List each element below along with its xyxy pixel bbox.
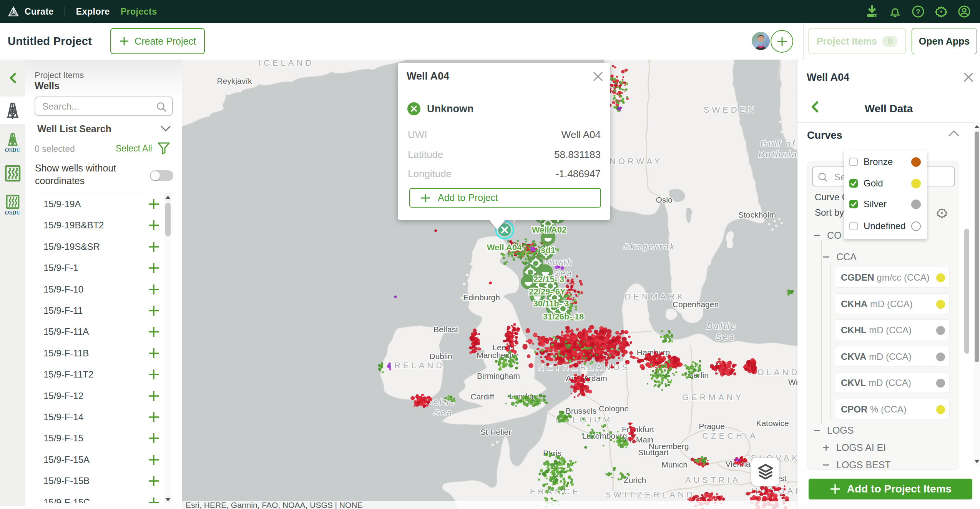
well-list-item[interactable]: 15/9-F-15A [25,449,164,470]
well-list-item[interactable]: 15/9-F-11B [25,343,164,364]
nav-link-projects[interactable]: Projects [121,7,157,17]
well-list-item[interactable]: 15/9-F-15B [25,470,164,491]
tree-group-logs-best[interactable]: LOGS BEST [823,459,891,470]
add-to-project-items-button[interactable]: Add to Project Items [809,479,972,499]
well-list-item[interactable]: 15/9-F-1 [25,257,164,278]
checkbox-checked-icon[interactable] [849,179,858,188]
well-list-item[interactable]: 15/9-F-10 [25,279,164,300]
download-icon[interactable] [865,4,879,19]
collapse-icon[interactable] [823,462,829,468]
add-well-icon[interactable] [147,389,160,403]
wells-search-input[interactable] [42,99,154,114]
tree-group-logs-ai-ei[interactable]: LOGS AI EI [823,442,886,453]
filter-icon[interactable] [157,141,171,155]
rail-item-seismic[interactable] [0,158,25,189]
chevron-down-icon[interactable] [161,126,171,132]
tree-group-co[interactable]: CO [814,230,842,241]
quality-option-silver[interactable]: Silver [844,196,927,212]
expand-icon[interactable] [823,444,829,451]
well-list-item[interactable]: 15/9-F-11A [25,321,164,342]
nav-link-explore[interactable]: Explore [76,7,110,17]
add-well-icon[interactable] [147,411,160,424]
collapse-icon[interactable] [814,232,820,239]
layers-button[interactable] [751,458,779,486]
map-view[interactable]: ICELANDReykjavíkSWEDENNORWAYGulf ofBothn… [182,60,797,509]
add-well-icon[interactable] [147,240,160,253]
add-well-icon[interactable] [147,496,160,503]
well-list-scrollbar[interactable] [164,193,171,503]
add-well-icon[interactable] [147,474,160,487]
add-well-icon[interactable] [147,347,160,360]
quality-option-undefined[interactable]: Undefined [844,218,927,234]
scroll-up-button[interactable] [164,193,171,201]
rail-item-osdu-seismic[interactable]: OSDU [0,189,25,222]
account-icon[interactable] [957,4,972,19]
well-list-item[interactable]: 15/9-F-11T2 [25,364,164,385]
settings-icon[interactable] [934,4,948,19]
help-icon[interactable]: ? [911,4,925,19]
map-label-czechia: CZECHIA [702,431,758,441]
rail-item-osdu-wells[interactable]: OSDU [0,127,25,158]
well-list-item[interactable]: 15/9-F-12 [25,385,164,406]
select-all-link[interactable]: Select All [116,143,152,154]
open-apps-button[interactable]: Open Apps [912,28,977,54]
chevron-up-icon[interactable] [948,130,959,136]
create-project-button[interactable]: Create Project [110,28,205,54]
project-items-button[interactable]: Project Items 0 [808,28,906,54]
well-list-item[interactable]: 15/9-F-11 [25,300,164,321]
well-list-item[interactable]: 15/9-19A [25,193,164,215]
quality-option-gold[interactable]: Gold [844,176,927,191]
curve-item-ckva[interactable]: CKVA mD (CCA) [835,346,950,367]
close-icon[interactable] [963,72,974,83]
add-well-icon[interactable] [147,304,160,317]
curve-item-cpor[interactable]: CPOR % (CCA) [835,399,950,419]
well-list-item[interactable]: 15/9-19S&SR [25,236,164,257]
add-well-icon[interactable] [147,261,160,274]
add-well-icon[interactable] [147,368,160,381]
panel-scrollbar[interactable] [974,122,980,466]
well-list-item[interactable]: 15/9-F-15 [25,427,164,449]
curve-item-ckha[interactable]: CKHA mD (CCA) [835,293,950,314]
close-icon[interactable] [592,70,604,83]
checkbox-unchecked-icon[interactable] [849,158,858,166]
add-well-icon[interactable] [147,198,160,211]
checkbox-unchecked-icon[interactable] [849,222,858,230]
scroll-down-button[interactable] [164,496,171,503]
notifications-icon[interactable] [888,4,902,19]
map-label-reykjav-k: Reykjavík [217,77,252,85]
well-status: Unknown [407,102,474,116]
well-name: 15/9-F-1 [43,263,78,273]
user-avatar[interactable] [752,32,770,50]
collapse-icon[interactable] [814,427,820,434]
tree-group-cca[interactable]: CCA [823,251,857,263]
popup-row-uwi: UWIWell A04 [408,129,601,141]
curve-item-ckhl[interactable]: CKHL mD (CCA) [835,319,950,340]
curve-item-ckvl[interactable]: CKVL mD (CCA) [835,372,950,393]
well-list-item[interactable]: 15/9-F-15C [25,492,164,503]
well-list-item[interactable]: 15/9-F-14 [25,406,164,427]
checkbox-checked-icon[interactable] [849,200,858,208]
scroll-down-button[interactable] [974,458,980,465]
well-list-item[interactable]: 15/9-19B&BT2 [25,215,164,236]
rail-item-wells[interactable] [0,96,25,124]
curve-item-cgden[interactable]: CGDEN gm/cc (CCA) [835,267,950,288]
tree-group-label: LOGS BEST [836,459,891,470]
add-project-button[interactable] [771,30,793,53]
gear-icon[interactable] [936,207,948,219]
quality-color-dot [911,157,921,167]
scrollbar-thumb[interactable] [975,131,979,362]
add-well-icon[interactable] [147,283,160,296]
add-well-icon[interactable] [147,453,160,466]
add-well-icon[interactable] [147,432,160,445]
tree-group-logs[interactable]: LOGS [814,425,854,436]
add-well-icon[interactable] [147,325,160,338]
scroll-up-button[interactable] [974,123,980,130]
add-well-icon[interactable] [147,219,160,232]
add-to-project-button[interactable]: Add to Project [409,188,601,208]
quality-option-bronze[interactable]: Bronze [844,154,927,170]
collapse-panel-button[interactable] [0,60,25,96]
collapse-icon[interactable] [823,254,829,260]
curves-scrollbar-thumb[interactable] [964,229,969,354]
show-wells-toggle[interactable] [150,170,173,181]
scrollbar-thumb[interactable] [165,203,171,236]
